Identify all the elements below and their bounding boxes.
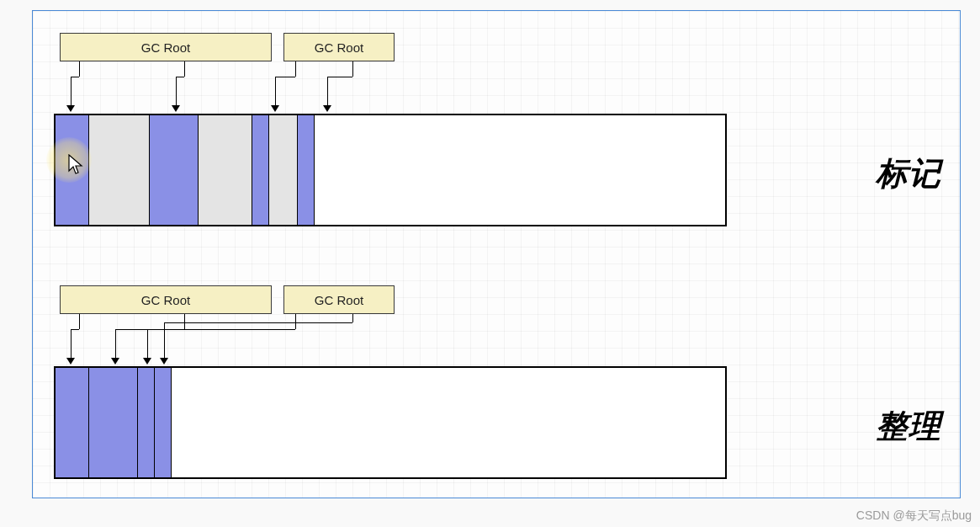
connector-line — [79, 61, 80, 77]
gc-root-label: GC Root — [141, 40, 190, 55]
watermark-text: CSDN @每天写点bug — [856, 508, 972, 524]
connector-line — [71, 77, 72, 107]
diagram-canvas: GC Root GC Root — [32, 10, 961, 498]
connector-line — [184, 61, 185, 77]
connector-line — [184, 314, 185, 329]
memory-bar-mark — [54, 114, 727, 226]
connector-line — [176, 77, 177, 107]
gc-root-box-1b: GC Root — [283, 33, 395, 61]
connector-line — [295, 61, 296, 77]
page-root: GC Root GC Root — [0, 0, 980, 527]
connector-line — [352, 314, 353, 322]
connector-line — [275, 77, 295, 77]
gc-root-label: GC Root — [315, 40, 363, 55]
arrowhead-icon — [172, 105, 180, 112]
connector-line — [71, 329, 79, 330]
connector-line — [71, 329, 72, 359]
mem-block-live — [56, 368, 89, 477]
mem-block-live — [56, 115, 89, 225]
arrowhead-icon — [160, 358, 168, 365]
memory-bar-compact — [54, 366, 727, 479]
connector-line — [71, 77, 79, 77]
gc-root-box-2b: GC Root — [283, 285, 395, 314]
connector-line — [327, 77, 352, 77]
arrowhead-icon — [111, 358, 119, 365]
phase-label-compact: 整理 — [876, 405, 941, 448]
mem-block-live — [150, 115, 199, 225]
gc-root-label: GC Root — [141, 293, 190, 307]
connector-line — [115, 329, 116, 359]
arrowhead-icon — [143, 358, 151, 365]
mem-block-live — [89, 368, 138, 477]
mem-block-live — [155, 368, 172, 477]
connector-line — [164, 322, 165, 359]
mem-block-dead — [89, 115, 150, 225]
mem-block-free — [172, 368, 725, 477]
gc-root-box-2a: GC Root — [60, 285, 272, 314]
mem-block-dead — [269, 115, 298, 225]
connector-line — [295, 314, 296, 329]
gc-root-box-1a: GC Root — [60, 33, 272, 61]
connector-line — [352, 61, 353, 77]
connector-line — [275, 77, 276, 107]
connector-line — [147, 329, 148, 359]
connector-line — [164, 322, 352, 323]
connector-line — [147, 329, 295, 330]
mem-block-live — [252, 115, 269, 225]
arrowhead-icon — [66, 105, 75, 112]
arrowhead-icon — [271, 105, 279, 112]
gc-root-label: GC Root — [315, 293, 363, 307]
arrowhead-icon — [66, 358, 75, 365]
arrowhead-icon — [323, 105, 331, 112]
phase-label-mark: 标记 — [876, 152, 941, 195]
mem-block-live — [138, 368, 155, 477]
mem-block-free — [315, 115, 725, 225]
mem-block-dead — [199, 115, 252, 225]
connector-line — [79, 314, 80, 329]
connector-line — [176, 77, 184, 77]
connector-line — [327, 77, 328, 107]
mem-block-live — [298, 115, 315, 225]
